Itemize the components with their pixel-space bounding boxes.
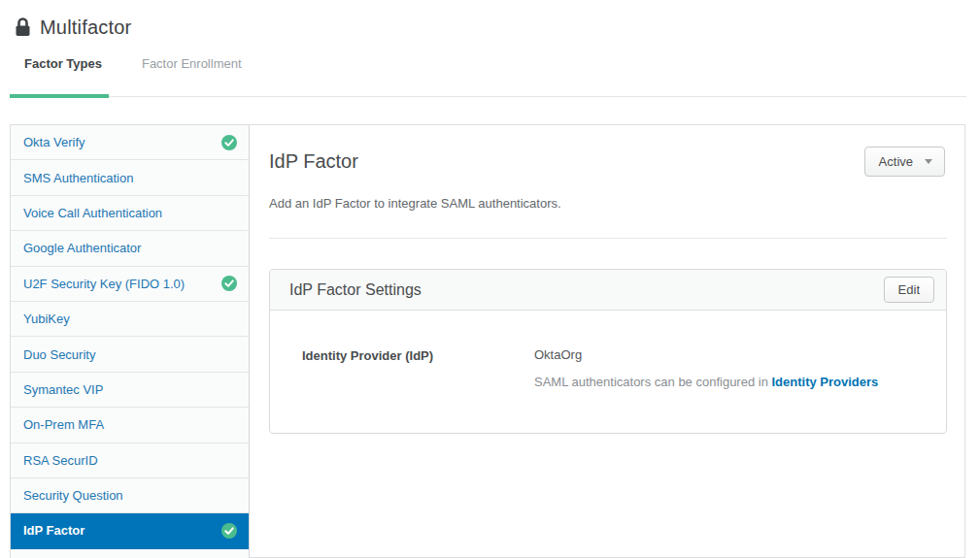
tab-bar: Factor Types Factor Enrollment	[0, 43, 980, 97]
sidebar-item-google-authenticator[interactable]: Google Authenticator	[11, 231, 249, 266]
sidebar-item-label: YubiKey	[23, 312, 237, 326]
tab-factor-enrollment[interactable]: Factor Enrollment	[142, 56, 242, 88]
check-circle-icon	[221, 276, 237, 291]
sidebar-item-symantec-vip[interactable]: Symantec VIP	[11, 373, 249, 408]
sidebar-item-label: Google Authenticator	[23, 241, 237, 255]
identity-providers-link[interactable]: Identity Providers	[772, 375, 879, 389]
status-dropdown-label: Active	[879, 154, 913, 169]
sidebar-item-on-prem-mfa[interactable]: On-Prem MFA	[11, 408, 249, 443]
section-divider	[269, 238, 947, 239]
sidebar-item-label: SMS Authentication	[23, 171, 237, 185]
check-circle-icon	[221, 135, 237, 150]
sidebar-item-u2f-security-key-fido-1-0[interactable]: U2F Security Key (FIDO 1.0)	[11, 267, 249, 302]
note-text: SAML authenticators can be configured in	[534, 375, 772, 389]
sidebar-item-label: Okta Verify	[23, 135, 221, 149]
identity-provider-label: Identity Provider (IdP)	[302, 347, 534, 389]
factor-detail-panel: IdP Factor Active Add an IdP Factor to i…	[250, 124, 965, 558]
factor-description: Add an IdP Factor to integrate SAML auth…	[269, 196, 947, 211]
page-header: Multifactor	[0, 0, 980, 43]
sidebar-item-rsa-securid[interactable]: RSA SecurID	[11, 443, 249, 478]
settings-card-header: IdP Factor Settings Edit	[270, 270, 946, 311]
sidebar-item-voice-call-authentication[interactable]: Voice Call Authentication	[11, 196, 249, 231]
edit-button[interactable]: Edit	[884, 277, 934, 303]
sidebar-item-idp-factor[interactable]: IdP Factor	[11, 513, 249, 548]
sidebar-item-label: IdP Factor	[23, 523, 221, 538]
sidebar-item-partial	[11, 549, 249, 558]
sidebar-item-label: On-Prem MFA	[23, 417, 237, 432]
sidebar-item-label: RSA SecurID	[23, 453, 237, 468]
settings-card-body: Identity Provider (IdP) OktaOrg SAML aut…	[270, 311, 946, 433]
sidebar-item-security-question[interactable]: Security Question	[11, 478, 249, 513]
active-tab-underline	[10, 94, 109, 98]
chevron-down-icon	[925, 159, 932, 164]
lock-icon	[14, 17, 31, 37]
idp-factor-settings-card: IdP Factor Settings Edit Identity Provid…	[269, 269, 947, 434]
sidebar-item-label: Voice Call Authentication	[23, 206, 237, 220]
factor-type-list: Okta Verify SMS Authentication Voice Cal…	[10, 124, 250, 558]
sidebar-item-label: Duo Security	[23, 347, 237, 362]
sidebar-item-okta-verify[interactable]: Okta Verify	[11, 125, 249, 160]
identity-provider-value: OktaOrg	[534, 347, 927, 362]
settings-card-title: IdP Factor Settings	[289, 281, 422, 299]
status-dropdown-button[interactable]: Active	[864, 147, 945, 177]
factor-title: IdP Factor	[269, 150, 947, 173]
page-title: Multifactor	[40, 16, 131, 39]
sidebar-item-label: U2F Security Key (FIDO 1.0)	[23, 277, 221, 291]
sidebar-item-label: Symantec VIP	[23, 382, 237, 397]
tab-factor-types[interactable]: Factor Types	[24, 56, 102, 88]
sidebar-item-yubikey[interactable]: YubiKey	[11, 302, 249, 337]
check-circle-icon	[221, 523, 237, 539]
content-area: Okta Verify SMS Authentication Voice Cal…	[10, 124, 964, 558]
tab-divider	[10, 96, 966, 97]
sidebar-item-duo-security[interactable]: Duo Security	[11, 337, 249, 372]
sidebar-item-sms-authentication[interactable]: SMS Authentication	[11, 160, 249, 195]
sidebar-item-label: Security Question	[23, 488, 237, 503]
identity-provider-note: SAML authenticators can be configured in…	[534, 375, 927, 389]
